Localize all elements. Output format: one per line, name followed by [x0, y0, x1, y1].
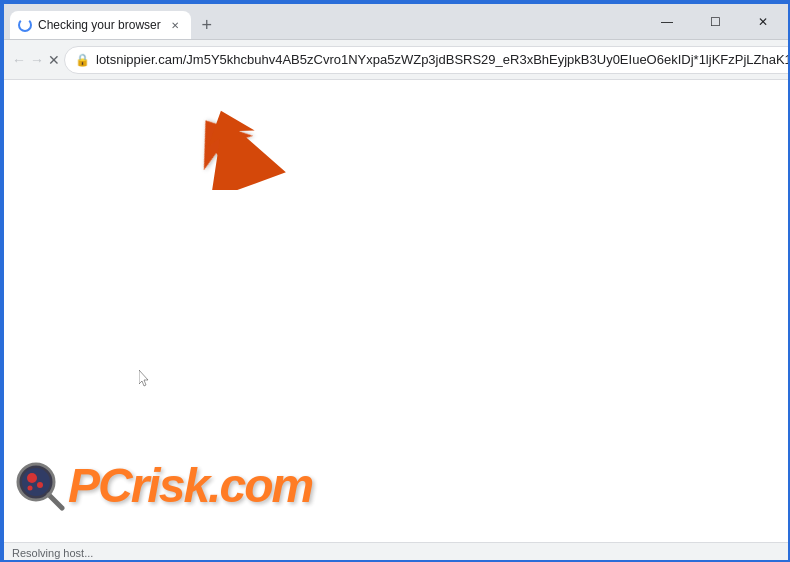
reload-button[interactable]: ✕	[48, 46, 60, 74]
title-bar: Checking your browser ✕ + — ☐ ✕	[4, 4, 790, 40]
minimize-button[interactable]: —	[644, 4, 690, 40]
loading-spinner	[18, 18, 32, 32]
url-text: lotsnippier.cam/Jm5Y5khcbuhv4AB5zCvro1NY…	[96, 52, 790, 67]
close-button[interactable]: ✕	[740, 4, 786, 40]
arrow-annotation	[184, 100, 304, 190]
status-text: Resolving host...	[12, 547, 93, 559]
orange-arrow-icon	[184, 100, 304, 190]
browser-window: Checking your browser ✕ + — ☐ ✕ ← → ✕ 🔒 …	[2, 2, 790, 562]
maximize-button[interactable]: ☐	[692, 4, 738, 40]
active-tab[interactable]: Checking your browser ✕	[10, 11, 191, 39]
cursor-icon	[139, 370, 151, 388]
risk-text: risk.com	[131, 459, 312, 512]
pc-text: PC	[68, 459, 131, 512]
svg-marker-0	[184, 100, 286, 190]
status-bar: Resolving host...	[4, 542, 790, 562]
page-content: PCrisk.com	[4, 80, 790, 542]
svg-marker-1	[184, 103, 273, 185]
svg-point-4	[27, 473, 37, 483]
back-button[interactable]: ←	[12, 46, 26, 74]
watermark: PCrisk.com	[14, 460, 312, 512]
svg-point-6	[28, 486, 33, 491]
pcrisk-text: PCrisk.com	[68, 462, 312, 510]
svg-point-5	[37, 482, 43, 488]
arrow-icon	[184, 100, 294, 185]
forward-button[interactable]: →	[30, 46, 44, 74]
svg-point-3	[22, 468, 50, 496]
svg-line-7	[49, 495, 62, 508]
tab-close-button[interactable]: ✕	[167, 17, 183, 33]
pcrisk-logo-icon	[14, 460, 66, 512]
tab-title: Checking your browser	[38, 18, 161, 32]
address-bar[interactable]: 🔒 lotsnippier.cam/Jm5Y5khcbuhv4AB5zCvro1…	[64, 46, 790, 74]
lock-icon: 🔒	[75, 53, 90, 67]
nav-bar: ← → ✕ 🔒 lotsnippier.cam/Jm5Y5khcbuhv4AB5…	[4, 40, 790, 80]
tab-area: Checking your browser ✕ +	[4, 4, 644, 39]
window-controls: — ☐ ✕	[644, 4, 790, 40]
pcrisk-logo: PCrisk.com	[14, 460, 312, 512]
new-tab-button[interactable]: +	[193, 11, 221, 39]
